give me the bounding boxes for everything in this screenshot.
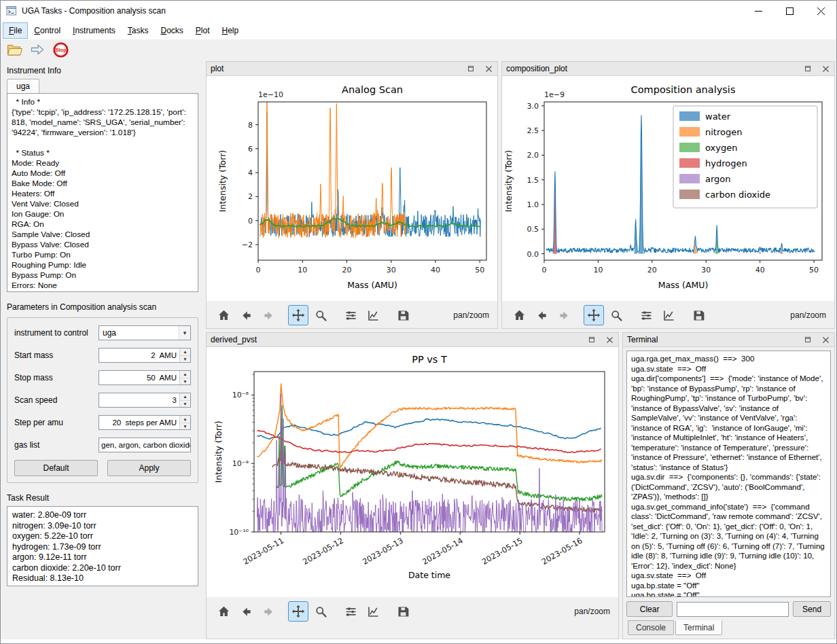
spin-down-icon[interactable]: ▼ — [180, 356, 190, 363]
clear-button[interactable]: Clear — [626, 601, 673, 617]
svg-text:30: 30 — [701, 266, 711, 274]
dock-composition-titlebar[interactable]: composition_plot — [502, 62, 834, 76]
run-task-button[interactable] — [29, 41, 46, 58]
maximize-button[interactable] — [774, 1, 805, 21]
back-icon — [535, 308, 549, 323]
title-bar[interactable]: UGA Tasks - Composition analysis scan — [1, 1, 836, 21]
dock-close-button[interactable] — [821, 335, 830, 344]
menu-help[interactable]: Help — [217, 23, 245, 38]
gas-list-input[interactable]: gen, argon, carbon dioxide — [99, 437, 191, 452]
pp-vs-t-figure: 2023-05-112023-05-122023-05-132023-05-14… — [207, 347, 618, 597]
dock-close-button[interactable] — [821, 64, 830, 73]
svg-text:Intensity (Torr): Intensity (Torr) — [213, 421, 224, 482]
close-icon — [823, 66, 829, 72]
start-mass-spinbox[interactable]: 2 AMU▲▼ — [99, 348, 191, 363]
dock-plot-title: plot — [211, 64, 224, 73]
composition-nav-toolbar: pan/zoom — [502, 301, 834, 329]
dock-plot-titlebar[interactable]: plot — [207, 62, 497, 76]
spin-down-icon[interactable]: ▼ — [180, 423, 190, 430]
apply-button[interactable]: Apply — [107, 460, 191, 476]
save-button[interactable] — [688, 305, 709, 325]
svg-text:Mass (AMU): Mass (AMU) — [658, 280, 709, 290]
forward-button[interactable] — [258, 305, 279, 325]
dock-float-button[interactable] — [803, 64, 813, 73]
dock-terminal-titlebar[interactable]: Terminal — [623, 333, 834, 347]
zoom-button[interactable] — [606, 305, 626, 325]
spin-up-icon[interactable]: ▲ — [180, 348, 190, 356]
open-folder-icon — [6, 41, 22, 58]
home-button[interactable] — [213, 305, 234, 325]
send-button[interactable]: Send — [793, 601, 831, 617]
tab-console[interactable]: Console — [628, 620, 674, 635]
pan-icon — [291, 308, 306, 323]
forward-button[interactable] — [554, 305, 574, 325]
save-button[interactable] — [393, 305, 413, 325]
customize-button[interactable] — [363, 601, 383, 622]
dock-float-button[interactable] — [466, 64, 476, 73]
back-button[interactable] — [531, 305, 552, 325]
close-button[interactable] — [805, 1, 836, 21]
svg-text:10⁻⁹: 10⁻⁹ — [232, 459, 249, 468]
nav-mode-label: pan/zoom — [574, 607, 610, 616]
menu-tasks[interactable]: Tasks — [122, 23, 154, 38]
home-button[interactable] — [509, 305, 529, 325]
save-button[interactable] — [393, 601, 413, 622]
stop-icon: Stop — [52, 41, 69, 58]
terminal-input[interactable] — [677, 602, 789, 617]
zoom-button[interactable] — [310, 601, 331, 622]
menu-file[interactable]: File — [3, 23, 27, 38]
svg-text:2: 2 — [248, 192, 253, 201]
instrument-info-text: * Info * {'type': 'tcpip', 'ip_address':… — [7, 93, 198, 292]
subplots-button[interactable] — [340, 601, 361, 622]
dock-close-button[interactable] — [605, 335, 614, 344]
chevron-down-icon: ▾ — [179, 326, 190, 340]
pan-button[interactable] — [584, 305, 604, 325]
task-result-label: Task Result — [7, 493, 198, 503]
dock-float-button[interactable] — [803, 335, 813, 344]
back-button[interactable] — [236, 601, 256, 622]
forward-button[interactable] — [258, 601, 279, 622]
tab-terminal[interactable]: Terminal — [675, 620, 722, 635]
customize-button[interactable] — [658, 305, 679, 325]
spin-down-icon[interactable]: ▼ — [180, 378, 190, 385]
svg-text:hydrogen: hydrogen — [705, 158, 747, 168]
subplots-button[interactable] — [636, 305, 656, 325]
back-button[interactable] — [236, 305, 256, 325]
tab-uga[interactable]: uga — [7, 79, 39, 93]
minimize-button[interactable] — [743, 1, 774, 21]
customize-button[interactable] — [363, 305, 383, 325]
dock-derived-titlebar[interactable]: derived_pvst — [207, 333, 618, 347]
svg-text:20: 20 — [342, 266, 351, 274]
tool-bar: Stop — [1, 39, 836, 60]
svg-text:10: 10 — [593, 266, 603, 274]
default-button[interactable]: Default — [14, 460, 98, 476]
task-result-text: water: 2.80e-09 torr nitrogen: 3.09e-10 … — [7, 506, 198, 586]
spin-up-icon[interactable]: ▲ — [180, 393, 190, 401]
spin-up-icon[interactable]: ▲ — [180, 371, 190, 378]
dock-float-button[interactable] — [587, 335, 596, 344]
zoom-button[interactable] — [310, 305, 331, 325]
dock-close-button[interactable] — [484, 64, 493, 73]
instrument-to-control-combobox[interactable]: uga▾ — [99, 325, 191, 340]
svg-text:water: water — [705, 111, 731, 122]
terminal-output[interactable]: uga.rga.get_max_mass() ==> 300 uga.sv.st… — [626, 351, 831, 597]
pan-button[interactable] — [288, 305, 308, 325]
svg-text:1e−9: 1e−9 — [544, 90, 565, 99]
step-per-amu-spinbox[interactable]: 20 steps per AMU▲▼ — [99, 415, 191, 430]
home-button[interactable] — [213, 601, 234, 622]
menu-plot[interactable]: Plot — [190, 23, 215, 38]
subplots-button[interactable] — [340, 305, 361, 325]
stop-mass-spinbox[interactable]: 50 AMU▲▼ — [99, 370, 191, 385]
menu-docks[interactable]: Docks — [155, 23, 188, 38]
spin-down-icon[interactable]: ▼ — [180, 401, 190, 408]
float-icon — [588, 336, 595, 343]
param-row-gas-list: gas listgen, argon, carbon dioxide — [14, 437, 191, 452]
stop-task-button[interactable]: Stop — [52, 41, 69, 58]
spin-up-icon[interactable]: ▲ — [180, 416, 190, 423]
menu-control[interactable]: Control — [29, 23, 66, 38]
open-task-button[interactable] — [5, 41, 23, 58]
maximize-icon — [786, 7, 794, 15]
scan-speed-spinbox[interactable]: 3▲▼ — [99, 393, 191, 408]
menu-instruments[interactable]: Instruments — [67, 23, 121, 38]
pan-button[interactable] — [288, 601, 308, 622]
